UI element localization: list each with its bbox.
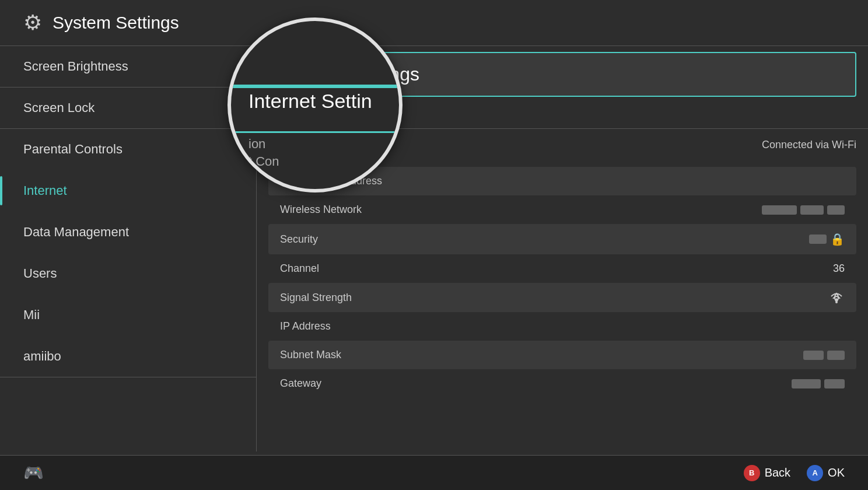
security-label: Security bbox=[280, 233, 318, 246]
gateway-value bbox=[792, 379, 845, 388]
a-button-icon: A bbox=[807, 465, 823, 481]
mac-address-label: System MAC Address bbox=[280, 175, 382, 187]
ok-label: OK bbox=[828, 466, 845, 480]
sidebar-item-label: Internet bbox=[23, 183, 67, 198]
blur-block-4 bbox=[809, 235, 827, 244]
blur-block-8 bbox=[824, 379, 845, 388]
page-title: System Settings bbox=[52, 13, 179, 33]
svg-point-0 bbox=[835, 301, 838, 303]
channel-label: Channel bbox=[280, 262, 319, 275]
ok-button[interactable]: A OK bbox=[807, 465, 845, 481]
wireless-network-label: Wireless Network bbox=[280, 204, 362, 216]
ip-address-label: IP Address bbox=[280, 320, 331, 332]
connection-status-row: Connection Status Connected via Wi-Fi bbox=[257, 129, 868, 161]
signal-strength-label: Signal Strength bbox=[280, 292, 352, 304]
gateway-label: Gateway bbox=[280, 377, 321, 390]
main-content: Internet Settings Connection Connection … bbox=[257, 46, 868, 452]
channel-value: 36 bbox=[833, 262, 845, 275]
blur-block-3 bbox=[827, 205, 845, 215]
blur-block-5 bbox=[803, 351, 824, 360]
settings-icon: ⚙ bbox=[23, 10, 42, 35]
sidebar: Screen Brightness Screen Lock Parental C… bbox=[0, 46, 257, 452]
sidebar-item-label: Screen Brightness bbox=[23, 59, 128, 74]
main-layout: Screen Brightness Screen Lock Parental C… bbox=[0, 46, 868, 452]
connection-status-value: Connected via Wi-Fi bbox=[762, 139, 856, 151]
sidebar-item-mii[interactable]: Mii bbox=[0, 295, 256, 336]
header: ⚙ System Settings bbox=[0, 0, 868, 46]
sidebar-item-data-management[interactable]: Data Management bbox=[0, 212, 256, 253]
sidebar-item-label: Data Management bbox=[23, 225, 129, 239]
security-value: 🔒 bbox=[809, 232, 845, 246]
blur-block-1 bbox=[762, 205, 797, 215]
blur-block-7 bbox=[792, 379, 821, 388]
security-row: Security 🔒 bbox=[268, 224, 856, 254]
info-table: System MAC Address Wireless Network Secu… bbox=[268, 167, 856, 398]
subnet-mask-value bbox=[803, 351, 845, 360]
sidebar-item-amiibo[interactable]: amiibo bbox=[0, 336, 256, 377]
connection-status-label: Connection Status bbox=[268, 138, 363, 152]
lock-icon: 🔒 bbox=[830, 232, 845, 246]
footer: 🎮 B Back A OK bbox=[0, 455, 868, 490]
channel-row: Channel 36 bbox=[268, 254, 856, 283]
blur-block-2 bbox=[800, 205, 824, 215]
sidebar-item-label: Screen Lock bbox=[23, 100, 94, 115]
sidebar-item-label: amiibo bbox=[23, 349, 61, 363]
sidebar-item-label: Parental Controls bbox=[23, 142, 123, 156]
gateway-row: Gateway bbox=[268, 369, 856, 398]
signal-strength-value bbox=[828, 291, 845, 304]
footer-right: B Back A OK bbox=[744, 465, 845, 481]
selected-section-title: Internet Settings bbox=[268, 52, 856, 97]
wireless-network-value bbox=[762, 205, 845, 215]
ip-address-row: IP Address bbox=[268, 312, 856, 341]
blur-block-6 bbox=[827, 351, 845, 360]
mac-address-row: System MAC Address bbox=[268, 167, 856, 195]
b-button-icon: B bbox=[744, 465, 760, 481]
sidebar-item-parental-controls[interactable]: Parental Controls bbox=[0, 129, 256, 170]
section-subtitle: Connection bbox=[257, 97, 868, 129]
sidebar-item-label: Users bbox=[23, 266, 57, 281]
back-label: Back bbox=[765, 466, 790, 480]
sidebar-item-screen-lock[interactable]: Screen Lock bbox=[0, 88, 256, 129]
sidebar-item-label: Mii bbox=[23, 307, 40, 322]
subnet-mask-row: Subnet Mask bbox=[268, 341, 856, 369]
sidebar-item-screen-brightness[interactable]: Screen Brightness bbox=[0, 46, 256, 88]
footer-left: 🎮 bbox=[23, 463, 44, 482]
sidebar-item-users[interactable]: Users bbox=[0, 253, 256, 295]
sidebar-item-internet[interactable]: Internet bbox=[0, 170, 256, 212]
signal-strength-row: Signal Strength bbox=[268, 283, 856, 312]
subnet-mask-label: Subnet Mask bbox=[280, 349, 341, 361]
wifi-icon bbox=[828, 291, 845, 304]
switch-console-icon: 🎮 bbox=[23, 463, 44, 482]
wireless-network-row: Wireless Network bbox=[268, 195, 856, 224]
back-button[interactable]: B Back bbox=[744, 465, 790, 481]
